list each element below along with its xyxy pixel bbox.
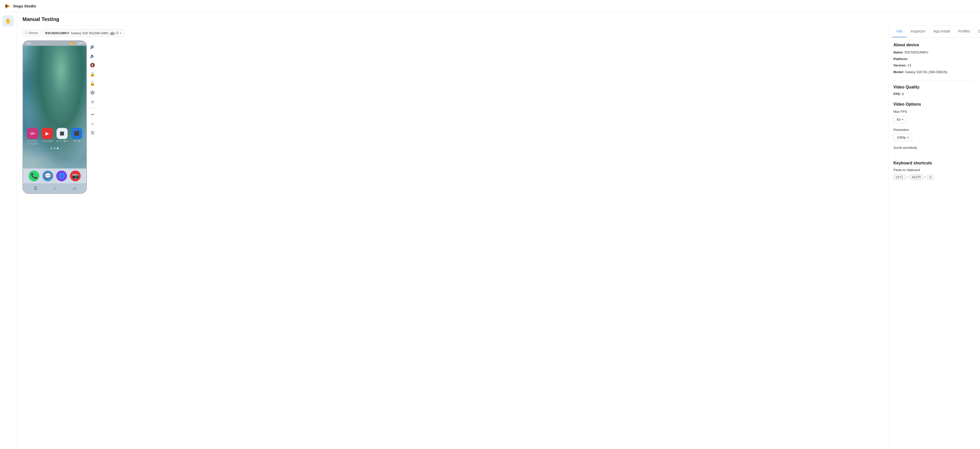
tab-profiles[interactable]: Profiles [954, 26, 974, 37]
info-panel: Info Inspector App install Profiles Devi… [888, 26, 980, 449]
about-device-section: About device Name: R3CN203JWKV Platform:… [893, 43, 975, 74]
fps-row: FPS: 9 [893, 92, 975, 96]
phone-wrapper: 6:38 📶 🔋 100% U+ [22, 40, 98, 194]
dock-phone: 📞 [29, 171, 39, 181]
sidebar: ✋ [0, 12, 16, 449]
phone-time: 6:38 [25, 42, 30, 45]
keyboard-shortcuts-title: Keyboard shortcuts [893, 161, 975, 165]
recents-button[interactable]: ☰ [88, 129, 97, 137]
device-selector-dropdown[interactable]: R3CN203JWKV Galaxy S20 5G(SM-G981 🤖 13 ▾ [42, 30, 124, 36]
page-dots [26, 147, 83, 149]
version-label: Version: [893, 64, 907, 67]
device-panel: ☐ Device R3CN203JWKV Galaxy S20 5G(SM-G9… [16, 26, 888, 449]
divider2 [893, 157, 975, 157]
android-badge: 🤖 13 [110, 31, 118, 35]
volume-down-button[interactable]: 🔉 [88, 52, 97, 60]
plus-2: + [924, 175, 926, 179]
controls-divider [89, 108, 95, 108]
phone-dock: 📞 💬 🌐 📷 [23, 168, 86, 183]
about-device-title: About device [893, 43, 975, 47]
app-icon: U+ [27, 128, 38, 139]
plus-1: + [907, 175, 908, 179]
video-options-title: Video Options [893, 102, 975, 107]
version-row: Version: 13 [893, 63, 975, 68]
phone-apps-area: U+ 당신의 U+(고객센터) ▶ U+모바일tv [23, 126, 86, 153]
model-row: Model: Galaxy S20 5G (SM-G981N) [893, 70, 975, 75]
nav-menu-icon[interactable]: ☰ [34, 186, 37, 191]
sidebar-manual-testing-btn[interactable]: ✋ [3, 15, 14, 27]
name-label: Name: [893, 50, 904, 54]
resolution-select[interactable]: 1080p ▾ [893, 134, 912, 141]
list-item: ▶ U+모바일tv [41, 128, 53, 145]
kbd-v: v [927, 174, 934, 180]
device-tag-label: Device [29, 31, 38, 35]
platform-row: Platform: [893, 56, 975, 62]
dock-browser: 🌐 [56, 171, 67, 181]
dock-camera: 📷 [70, 171, 81, 181]
max-fps-select[interactable]: 60 ▾ [893, 116, 907, 123]
power-button[interactable]: ⏻ [88, 88, 97, 97]
android-icon: 🤖 [110, 31, 115, 35]
resolution-label-row: Resolution [893, 127, 975, 133]
chevron-down-icon: ▾ [902, 118, 903, 121]
tab-info[interactable]: Info [892, 26, 907, 37]
tab-inspector[interactable]: Inspector [907, 26, 929, 37]
list-item: ⬛ 추천 앱 [71, 128, 82, 145]
phone-status-icons: 📶 🔋 100% [70, 42, 84, 45]
device-selector-row: ☐ Device R3CN203JWKV Galaxy S20 5G(SM-G9… [22, 30, 124, 36]
device-id: R3CN203JWKV [45, 31, 70, 35]
volume-up-button[interactable]: 🔊 [88, 42, 97, 51]
content-header: Manual Testing [16, 12, 980, 26]
logo-icon [4, 3, 11, 10]
video-quality-title: Video Quality [893, 85, 975, 89]
list-item: U+ 당신의 U+(고객센터) [27, 128, 38, 145]
device-model: Galaxy S20 5G(SM-G981 [71, 31, 108, 35]
app-title: Dogu Studio [13, 4, 36, 8]
nav-home-icon[interactable]: ○ [54, 186, 56, 191]
phone-screen[interactable]: U+ 당신의 U+(고객센터) ▶ U+모바일tv [23, 46, 86, 168]
volume-mute-button[interactable]: 🔇 [88, 61, 97, 69]
device-icon: ☐ [25, 31, 28, 35]
chevron-down-icon: ▾ [907, 136, 909, 139]
paste-to-clipboard-label: Paste to clipboard [893, 168, 975, 172]
nav-back-icon[interactable]: ◁ [73, 186, 76, 191]
divider [893, 80, 975, 81]
lock-button[interactable]: 🔒 [88, 70, 97, 78]
list-item: ⬛ LG U+ 플러 [56, 128, 68, 145]
dock-messages: 💬 [42, 171, 53, 181]
top-bar: Dogu Studio [0, 0, 980, 12]
video-options-section: Video Options Max FPS 60 ▾ Resolution [893, 102, 975, 150]
home-button[interactable]: ⌂ [88, 120, 97, 128]
app-icon: ▶ [41, 128, 53, 139]
keyboard-shortcut-row: ctrl + shift + v [893, 174, 975, 180]
android-version: 13 [115, 31, 118, 35]
svg-point-1 [5, 5, 7, 7]
info-tabs: Info Inspector App install Profiles Devi… [888, 26, 980, 38]
keyboard-shortcuts-section: Keyboard shortcuts Paste to clipboard ct… [893, 161, 975, 180]
app-row: U+ 당신의 U+(고객센터) ▶ U+모바일tv [26, 128, 83, 145]
side-controls: 🔊 🔉 🔇 🔒 🔓 ⏻ ⊡ ↩ ⌂ ☰ [87, 40, 98, 194]
model-label: Model: [893, 70, 904, 74]
device-name-row: Name: R3CN203JWKV [893, 50, 975, 55]
scroll-sensitivity-label-row: Scroll sensitivity [893, 145, 975, 150]
device-tag: ☐ Device [22, 30, 40, 36]
phone-frame: 6:38 📶 🔋 100% U+ [22, 40, 87, 194]
content-area: Manual Testing ☐ Device R3CN203JWKV Gala… [16, 12, 980, 449]
page-dot [54, 147, 56, 149]
info-content: About device Name: R3CN203JWKV Platform:… [888, 38, 980, 449]
kbd-ctrl: ctrl [893, 174, 905, 180]
phone-status-bar: 6:38 📶 🔋 100% [23, 41, 86, 46]
page-dot-active [57, 147, 59, 149]
back-button[interactable]: ↩ [88, 110, 97, 118]
main-layout: ✋ Manual Testing ☐ Device R3CN203JWKV Ga… [0, 12, 980, 449]
chevron-down-icon: ▾ [120, 32, 121, 35]
tab-device-logs[interactable]: Device logs [974, 26, 980, 37]
phone-nav-bar: ☰ ○ ◁ [23, 183, 86, 193]
page-title: Manual Testing [22, 16, 974, 22]
kbd-shift: shift [910, 174, 923, 180]
page-dot [51, 147, 52, 149]
unlock-button[interactable]: 🔓 [88, 79, 97, 88]
app-icon: ⬛ [71, 128, 82, 139]
tab-app-install[interactable]: App install [929, 26, 954, 37]
screenshot-button[interactable]: ⊡ [88, 97, 97, 106]
